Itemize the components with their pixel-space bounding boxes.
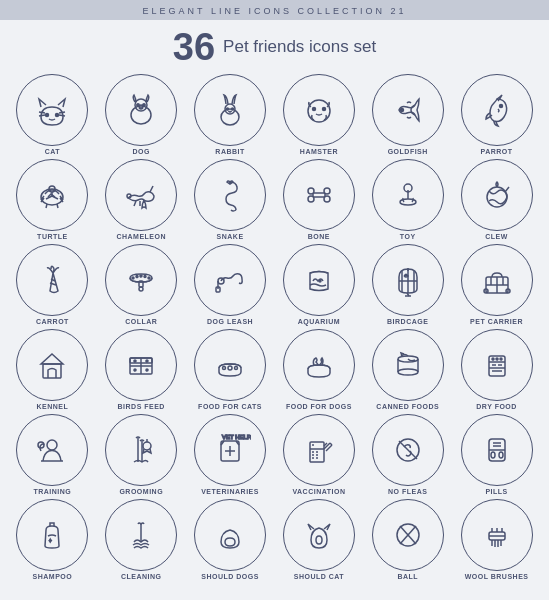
icon-cell-should-dogs: SHOULD DOGS bbox=[188, 499, 273, 580]
icon-cell-cleaning: CLEANING bbox=[99, 499, 184, 580]
icon-cell-dog-leash: DOG LEASH bbox=[188, 244, 273, 325]
icon-cell-carrot: CARROT bbox=[10, 244, 95, 325]
icon-label-goldfish: GOLDFISH bbox=[388, 148, 428, 155]
icon-cell-cat: CAT bbox=[10, 74, 95, 155]
icon-circle-carrot bbox=[16, 244, 88, 316]
icon-circle-dry-food bbox=[461, 329, 533, 401]
svg-point-69 bbox=[235, 367, 238, 370]
svg-point-20 bbox=[308, 188, 314, 194]
icon-label-collar: COLLAR bbox=[125, 318, 157, 325]
svg-point-27 bbox=[487, 187, 507, 207]
icon-cell-pet-carrier: PET CARRIER bbox=[454, 244, 539, 325]
icon-label-veterinaries: VETERINARIES bbox=[201, 488, 259, 495]
svg-point-99 bbox=[491, 452, 495, 458]
icon-count: 36 bbox=[173, 28, 215, 66]
icon-label-birds-feed: BIRDS FEED bbox=[118, 403, 165, 410]
header-subtitle: ELEGANT LINE ICONS COLLECTION 21 bbox=[0, 0, 549, 20]
icon-circle-clew bbox=[461, 159, 533, 231]
svg-point-49 bbox=[405, 274, 407, 276]
icon-label-training: TRAINING bbox=[33, 488, 71, 495]
icon-label-pet-carrier: PET CARRIER bbox=[470, 318, 523, 325]
icon-cell-should-cat: SHOULD CAT bbox=[277, 499, 362, 580]
svg-point-35 bbox=[140, 275, 142, 277]
svg-point-68 bbox=[223, 367, 226, 370]
icon-cell-birds-feed: BIRDS FEED bbox=[99, 329, 184, 410]
icon-label-should-dogs: SHOULD DOGS bbox=[201, 573, 259, 580]
icon-cell-pills: PILLS bbox=[454, 414, 539, 495]
icon-label-dog-leash: DOG LEASH bbox=[207, 318, 253, 325]
icon-label-toy: TOY bbox=[400, 233, 416, 240]
svg-point-9 bbox=[227, 108, 229, 110]
svg-point-63 bbox=[134, 360, 136, 362]
svg-point-78 bbox=[496, 358, 498, 360]
icon-cell-goldfish: GOLDFISH bbox=[365, 74, 450, 155]
icon-label-carrot: CARROT bbox=[36, 318, 69, 325]
icon-cell-ball: BALL bbox=[365, 499, 450, 580]
icon-cell-toy: TOY bbox=[365, 159, 450, 240]
icon-cell-training: TRAINING bbox=[10, 414, 95, 495]
icon-label-bone: BONE bbox=[308, 233, 330, 240]
icon-label-birdcage: BIRDCAGE bbox=[387, 318, 428, 325]
icon-circle-dog bbox=[105, 74, 177, 146]
icon-label-shampoo: SHAMPOO bbox=[33, 573, 73, 580]
svg-point-33 bbox=[132, 277, 134, 279]
svg-point-13 bbox=[322, 108, 325, 111]
icons-grid: CAT DOG bbox=[0, 70, 549, 584]
icon-circle-parrot bbox=[461, 74, 533, 146]
icon-circle-goldfish bbox=[372, 74, 444, 146]
svg-point-77 bbox=[492, 358, 494, 360]
title-row: 36 Pet friends icons set bbox=[173, 28, 376, 66]
icon-circle-grooming bbox=[105, 414, 177, 486]
collection-title: Pet friends icons set bbox=[223, 37, 376, 57]
svg-point-64 bbox=[146, 360, 148, 362]
icon-cell-hamster: HAMSTER bbox=[277, 74, 362, 155]
icon-circle-toy bbox=[372, 159, 444, 231]
icon-circle-training bbox=[16, 414, 88, 486]
icon-circle-hamster bbox=[283, 74, 355, 146]
icon-circle-cleaning bbox=[105, 499, 177, 571]
icon-circle-dog-leash bbox=[194, 244, 266, 316]
svg-point-85 bbox=[143, 442, 151, 450]
icon-circle-rabbit bbox=[194, 74, 266, 146]
icon-cell-bone: BONE bbox=[277, 159, 362, 240]
icon-label-rabbit: RABBIT bbox=[215, 148, 244, 155]
svg-point-18 bbox=[127, 194, 131, 198]
svg-point-14 bbox=[400, 109, 403, 112]
icon-circle-shampoo: ♦ bbox=[16, 499, 88, 571]
icon-circle-cat bbox=[16, 74, 88, 146]
icon-label-pills: PILLS bbox=[485, 488, 507, 495]
icon-label-cleaning: CLEANING bbox=[121, 573, 162, 580]
icon-circle-should-cat bbox=[283, 499, 355, 571]
icon-cell-turtle: TURTLE bbox=[10, 159, 95, 240]
icon-label-parrot: PARROT bbox=[481, 148, 513, 155]
svg-point-32 bbox=[139, 287, 143, 291]
svg-point-66 bbox=[146, 369, 148, 371]
svg-rect-40 bbox=[216, 287, 220, 292]
icon-cell-collar: COLLAR bbox=[99, 244, 184, 325]
svg-marker-57 bbox=[41, 354, 63, 364]
icon-circle-birdcage bbox=[372, 244, 444, 316]
icon-circle-aquarium bbox=[283, 244, 355, 316]
icon-circle-snake bbox=[194, 159, 266, 231]
icon-cell-wool-brushes: WOOL BRUSHES bbox=[454, 499, 539, 580]
icon-circle-no-fleas bbox=[372, 414, 444, 486]
icon-cell-shampoo: ♦ SHAMPOO bbox=[10, 499, 95, 580]
icon-cell-vaccination: VACCINATION bbox=[277, 414, 362, 495]
svg-point-11 bbox=[308, 100, 330, 122]
icon-label-no-fleas: NO FLEAS bbox=[388, 488, 427, 495]
icon-cell-chameleon: CHAMELEON bbox=[99, 159, 184, 240]
icon-circle-wool-brushes bbox=[461, 499, 533, 571]
svg-text:♦: ♦ bbox=[49, 537, 52, 543]
icon-cell-food-for-dogs: FOOD FOR DOGS bbox=[277, 329, 362, 410]
icon-circle-should-dogs bbox=[194, 499, 266, 571]
svg-rect-19 bbox=[313, 193, 325, 197]
icon-circle-veterinaries: VET HELP. bbox=[194, 414, 266, 486]
icon-cell-kennel: KENNEL bbox=[10, 329, 95, 410]
icon-cell-grooming: GROOMING bbox=[99, 414, 184, 495]
svg-point-67 bbox=[228, 366, 232, 370]
svg-line-28 bbox=[505, 187, 509, 192]
icon-cell-dog: DOG bbox=[99, 74, 184, 155]
icon-circle-vaccination bbox=[283, 414, 355, 486]
icon-label-should-cat: SHOULD CAT bbox=[294, 573, 344, 580]
svg-point-12 bbox=[312, 108, 315, 111]
